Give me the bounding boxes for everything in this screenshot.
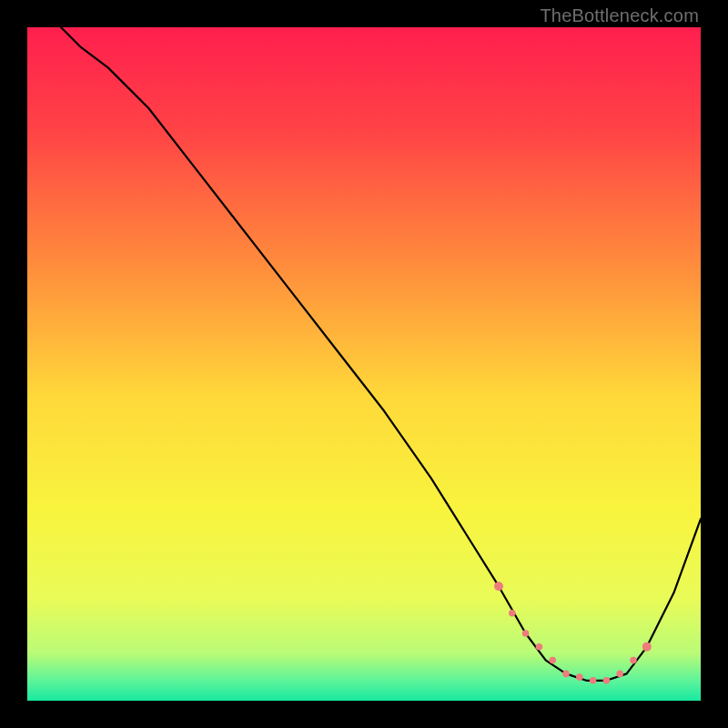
- curve-layer: [27, 27, 701, 701]
- bottleneck-curve: [61, 27, 701, 681]
- highlight-marker: [536, 643, 543, 651]
- highlight-marker: [630, 657, 637, 664]
- highlight-marker: [522, 630, 530, 637]
- highlight-marker: [616, 671, 623, 678]
- highlight-markers: [494, 581, 652, 683]
- chart-frame: TheBottleneck.com: [0, 0, 728, 728]
- highlight-marker: [549, 657, 556, 664]
- highlight-marker: [642, 642, 652, 652]
- highlight-marker: [562, 671, 570, 678]
- highlight-marker: [590, 677, 597, 684]
- highlight-marker: [576, 673, 583, 681]
- highlight-marker: [509, 610, 516, 617]
- highlight-marker: [603, 677, 611, 684]
- watermark-text: TheBottleneck.com: [540, 5, 699, 26]
- highlight-marker: [494, 581, 503, 591]
- plot-area: [27, 27, 701, 701]
